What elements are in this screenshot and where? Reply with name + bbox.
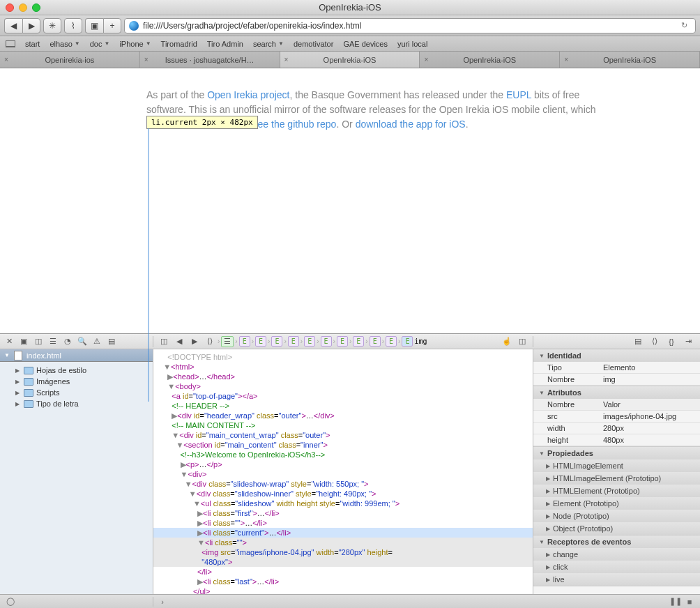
pointer-icon[interactable]: ☝: [501, 336, 513, 347]
hover-tooltip: li.current 2px × 482px: [146, 116, 258, 129]
code-line[interactable]: ▼<ul class="slideshow" width height styl…: [153, 499, 533, 508]
code-line[interactable]: ▼<div>: [153, 469, 533, 479]
panel-right-icon[interactable]: ◫: [516, 336, 528, 347]
zoom-icon[interactable]: [32, 3, 40, 12]
code-line[interactable]: ▼<body>: [153, 381, 533, 391]
forward-button[interactable]: ▶: [22, 18, 40, 33]
code-line[interactable]: <!-- HEADER -->: [153, 401, 533, 411]
code-line[interactable]: <!-- MAIN CONTENT -->: [153, 420, 533, 430]
tab[interactable]: ×OpenIrekia-iOS: [280, 52, 420, 68]
dom-breadcrumb[interactable]: ⟨⟩›☰›E›E›E›E›E›E›E›E›E›E›E img: [204, 336, 427, 347]
code-line[interactable]: ▼<div id="main_content_wrap" class="oute…: [153, 430, 533, 440]
window-controls: [6, 3, 40, 12]
style-view-icon[interactable]: ▤: [632, 336, 644, 347]
bookmark-Tiromadrid[interactable]: Tiromadrid: [161, 40, 197, 48]
code-line[interactable]: </li>: [153, 567, 533, 577]
rss-button[interactable]: ⌇: [64, 18, 82, 33]
bookmarks-bar: startelhaso ▼doc ▼iPhone ▼TiromadridTiro…: [0, 36, 700, 52]
link-eupl[interactable]: EUPL: [506, 89, 531, 100]
close-tab-icon[interactable]: ×: [284, 56, 289, 63]
bookmark-yuri local[interactable]: yuri local: [397, 40, 427, 48]
element-highlight: [148, 128, 149, 402]
link-github[interactable]: See the github repo: [251, 119, 336, 130]
stop-icon[interactable]: ■: [685, 597, 694, 607]
code-line[interactable]: ▼<div class="slideshow-inner" style="hei…: [153, 489, 533, 499]
url-input[interactable]: [143, 21, 677, 31]
code-line[interactable]: ▶<head>…</head>: [153, 372, 533, 381]
address-bar[interactable]: ↻: [124, 18, 696, 33]
panel-icon[interactable]: ▣: [17, 336, 30, 347]
dom-tree[interactable]: <!DOCTYPE html> ▼<html> ▶<head>…</head> …: [153, 349, 533, 594]
bookmark-start[interactable]: start: [25, 40, 40, 48]
bookmark-search[interactable]: search ▼: [253, 40, 284, 48]
bookmarks-button[interactable]: ▣: [85, 18, 103, 33]
code-line[interactable]: <!--h3>Welcome to OpenIrekia-iOS</h3-->: [153, 450, 533, 459]
panel2-icon[interactable]: ◫: [32, 336, 45, 347]
resources-icon[interactable]: ☰: [47, 336, 59, 347]
bookmarks-icon[interactable]: [6, 40, 15, 47]
code-line[interactable]: ▼<section id="main_content" class="inner…: [153, 440, 533, 450]
nav-back-icon[interactable]: ◀: [173, 336, 185, 347]
inspector-toolbar: ✕ ▣ ◫ ☰ ◔ 🔍 ⚠ ▤ ◫ ◀ ▶ ⟨⟩›☰›E›E›E›E›E›E›E…: [0, 334, 700, 349]
panel-left-icon[interactable]: ◫: [158, 336, 170, 347]
tab[interactable]: ×Openirekia-ios: [0, 52, 140, 68]
reload-icon[interactable]: ↻: [681, 21, 691, 31]
close-icon[interactable]: [6, 3, 14, 12]
code-line[interactable]: "480px">: [153, 557, 533, 567]
nav-fwd-icon[interactable]: ▶: [188, 336, 201, 347]
tab[interactable]: ×OpenIrekia-iOS: [420, 52, 560, 68]
folder-item[interactable]: ▶Hojas de estilo: [6, 365, 147, 376]
console-prompt-icon[interactable]: ›: [158, 597, 167, 607]
minimize-icon[interactable]: [19, 3, 27, 12]
code-line[interactable]: ▶<li class="first">…</li>: [153, 508, 533, 518]
code-line[interactable]: ▶<li class="current">…</li>: [153, 528, 533, 538]
link-project[interactable]: Open Irekia project: [207, 89, 289, 100]
warning-icon[interactable]: ⚠: [91, 336, 103, 347]
tab-bar: ×Openirekia-ios×Issues · joshuagatcke/H……: [0, 52, 700, 68]
code-line[interactable]: ▶<p>…</p>: [153, 459, 533, 469]
sidebar-file-header[interactable]: ▼ index.html: [0, 349, 153, 362]
bookmark-Tiro Admin[interactable]: Tiro Admin: [207, 40, 243, 48]
close-tab-icon[interactable]: ×: [4, 56, 8, 63]
console-icon[interactable]: ◯: [6, 597, 15, 607]
resources-sidebar: ▼ index.html ▶Hojas de estilo▶Imágenes▶S…: [0, 349, 153, 594]
close-tab-icon[interactable]: ×: [564, 56, 568, 63]
dom-view-icon[interactable]: {}: [665, 336, 678, 347]
bookmark-GAE devices[interactable]: GAE devices: [343, 40, 388, 48]
computed-view-icon[interactable]: ⟨⟩: [648, 336, 661, 347]
code-line[interactable]: ▶<li class="last">…</li>: [153, 577, 533, 586]
code-line[interactable]: <!DOCTYPE html>: [153, 352, 533, 362]
log-icon[interactable]: ▤: [105, 336, 118, 347]
folder-item[interactable]: ▶Tipo de letra: [6, 398, 147, 409]
code-line[interactable]: ▼<div class="slideshow-wrap" style="widt…: [153, 479, 533, 489]
bookmark-demotivator[interactable]: demotivator: [294, 40, 333, 48]
code-line[interactable]: ▼<li class="">: [153, 538, 533, 547]
code-line[interactable]: ▶<div id="header_wrap" class="outer">…</…: [153, 411, 533, 420]
search-icon[interactable]: 🔍: [76, 336, 89, 347]
tab[interactable]: ×Issues · joshuagatcke/H…: [140, 52, 280, 68]
tab[interactable]: ×OpenIrekia-iOS: [560, 52, 700, 68]
bookmark-iPhone[interactable]: iPhone ▼: [119, 40, 151, 48]
folder-item[interactable]: ▶Scripts: [6, 387, 147, 398]
code-line[interactable]: <img src="images/iphone-04.jpg" width="2…: [153, 547, 533, 557]
link-appstore[interactable]: download the app for iOS: [356, 119, 466, 130]
add-tab-button[interactable]: +: [103, 18, 121, 33]
bookmark-doc[interactable]: doc ▼: [90, 40, 110, 48]
code-line[interactable]: <a id="top-of-page"></a>: [153, 391, 533, 401]
pause-icon[interactable]: ❚❚: [671, 597, 680, 607]
timeline-icon[interactable]: ◔: [61, 336, 74, 347]
toolbar: ◀ ▶ ✳ ⌇ ▣ + ↻: [0, 15, 700, 36]
close-inspector-icon[interactable]: ✕: [3, 336, 15, 347]
close-tab-icon[interactable]: ×: [144, 56, 149, 63]
window-title: OpenIrekia-iOS: [319, 2, 381, 13]
code-line[interactable]: ▶<li class="">…</li>: [153, 518, 533, 528]
bookmark-elhaso[interactable]: elhaso ▼: [50, 40, 79, 48]
code-line[interactable]: ▼<html>: [153, 362, 533, 372]
code-line[interactable]: </ul>: [153, 586, 533, 594]
web-inspector: ✕ ▣ ◫ ☰ ◔ 🔍 ⚠ ▤ ◫ ◀ ▶ ⟨⟩›☰›E›E›E›E›E›E›E…: [0, 333, 700, 608]
close-tab-icon[interactable]: ×: [424, 56, 428, 63]
metrics-view-icon[interactable]: ⇥: [682, 336, 694, 347]
folder-item[interactable]: ▶Imágenes: [6, 376, 147, 387]
extension-button[interactable]: ✳: [43, 18, 61, 33]
back-button[interactable]: ◀: [4, 18, 22, 33]
